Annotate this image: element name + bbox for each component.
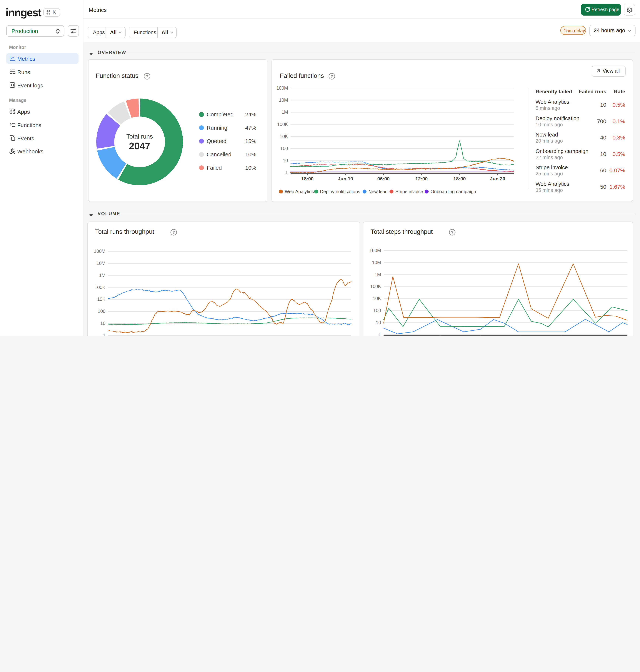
- svg-text:Web Analytics: Web Analytics: [536, 181, 569, 187]
- svg-text:Stripe invoice: Stripe invoice: [395, 189, 423, 194]
- svg-text:2047: 2047: [129, 141, 150, 151]
- svg-text:Jun 19: Jun 19: [338, 176, 353, 182]
- svg-text:Recently failed: Recently failed: [536, 89, 572, 95]
- svg-text:15%: 15%: [245, 138, 256, 144]
- svg-text:5 mins ago: 5 mins ago: [536, 105, 560, 111]
- svg-text:40: 40: [600, 134, 606, 141]
- svg-text:100M: 100M: [276, 85, 288, 90]
- svg-text:Web Analytics: Web Analytics: [536, 99, 569, 105]
- svg-text:06:00: 06:00: [377, 176, 390, 182]
- svg-text:Completed: Completed: [207, 111, 234, 117]
- svg-text:10M: 10M: [279, 97, 288, 103]
- svg-text:100M: 100M: [94, 248, 105, 254]
- svg-text:Onboarding campaign: Onboarding campaign: [431, 189, 476, 194]
- svg-text:Cancelled: Cancelled: [207, 151, 231, 157]
- svg-text:10: 10: [600, 102, 606, 108]
- svg-text:New lead: New lead: [368, 189, 388, 194]
- svg-text:1M: 1M: [99, 273, 105, 278]
- svg-text:20 mins ago: 20 mins ago: [536, 138, 563, 144]
- svg-text:100: 100: [373, 308, 381, 313]
- svg-text:1: 1: [103, 333, 105, 336]
- svg-text:Queued: Queued: [207, 138, 227, 144]
- svg-text:10%: 10%: [245, 151, 256, 157]
- svg-text:100: 100: [98, 309, 105, 314]
- svg-text:0.3%: 0.3%: [613, 134, 625, 141]
- svg-text:10: 10: [600, 151, 606, 157]
- svg-text:Onboarding campaign: Onboarding campaign: [536, 148, 588, 154]
- svg-text:10: 10: [100, 320, 105, 326]
- svg-text:18:00: 18:00: [453, 176, 466, 182]
- svg-text:100K: 100K: [277, 122, 288, 127]
- svg-text:10K: 10K: [280, 134, 288, 139]
- svg-text:10: 10: [283, 158, 288, 163]
- svg-text:10K: 10K: [97, 297, 105, 302]
- svg-text:1.67%: 1.67%: [609, 184, 625, 190]
- svg-text:Total runs: Total runs: [126, 133, 153, 140]
- svg-text:Stripe invoice: Stripe invoice: [536, 165, 568, 170]
- svg-text:0.5%: 0.5%: [613, 102, 625, 108]
- svg-text:10: 10: [376, 320, 381, 325]
- svg-text:10 mins ago: 10 mins ago: [536, 122, 563, 127]
- svg-text:100K: 100K: [94, 285, 105, 290]
- svg-text:1: 1: [285, 170, 288, 175]
- svg-text:10%: 10%: [245, 165, 256, 171]
- svg-text:100K: 100K: [370, 284, 381, 289]
- svg-text:0.5%: 0.5%: [613, 151, 625, 157]
- svg-text:18:00: 18:00: [301, 176, 314, 182]
- svg-text:Jun 20: Jun 20: [490, 176, 505, 182]
- svg-text:50: 50: [600, 184, 606, 190]
- svg-text:35 mins ago: 35 mins ago: [536, 187, 563, 193]
- svg-text:Web Analytics: Web Analytics: [285, 189, 314, 194]
- svg-text:Failed: Failed: [207, 165, 222, 171]
- svg-text:1M: 1M: [281, 110, 288, 115]
- svg-text:100: 100: [280, 146, 288, 151]
- svg-text:47%: 47%: [245, 125, 256, 131]
- svg-text:0.1%: 0.1%: [613, 118, 625, 124]
- svg-text:1: 1: [379, 332, 381, 336]
- svg-text:100M: 100M: [369, 248, 381, 253]
- svg-text:Deploy notifications: Deploy notifications: [320, 189, 360, 194]
- svg-text:700: 700: [597, 118, 606, 124]
- svg-text:Deploy notification: Deploy notification: [536, 115, 579, 121]
- svg-text:24%: 24%: [245, 111, 256, 117]
- svg-text:60: 60: [600, 167, 606, 173]
- svg-text:Running: Running: [207, 125, 228, 131]
- svg-text:1M: 1M: [375, 272, 381, 277]
- svg-text:22 mins ago: 22 mins ago: [536, 155, 563, 160]
- svg-text:New lead: New lead: [536, 132, 558, 138]
- svg-text:Rate: Rate: [614, 89, 625, 95]
- svg-text:0.07%: 0.07%: [609, 167, 625, 173]
- svg-text:10M: 10M: [372, 260, 381, 265]
- svg-text:Failed runs: Failed runs: [579, 89, 606, 95]
- svg-text:25 mins ago: 25 mins ago: [536, 171, 563, 176]
- svg-text:10M: 10M: [97, 261, 105, 266]
- svg-text:10K: 10K: [373, 296, 381, 301]
- svg-text:12:00: 12:00: [416, 176, 428, 182]
